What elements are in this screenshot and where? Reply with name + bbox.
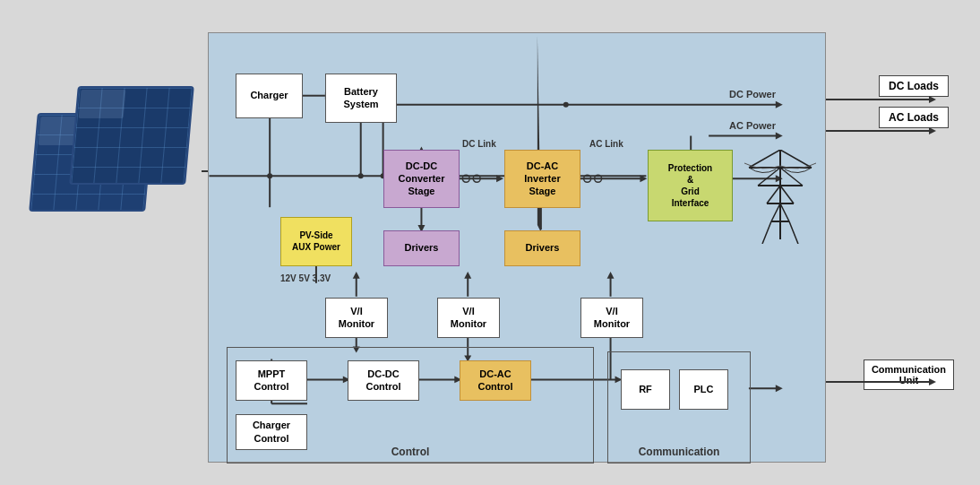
dc-loads-container: DC Loads	[879, 75, 949, 97]
charger-block: Charger	[236, 74, 303, 118]
svg-line-71	[780, 204, 789, 221]
svg-line-72	[762, 221, 771, 244]
dcdc-label: DC-DC Converter Stage	[399, 160, 445, 198]
communication-unit-container: Communication Unit	[864, 359, 954, 390]
vi-monitor-mid: V/I Monitor	[437, 298, 500, 338]
svg-line-65	[780, 150, 812, 168]
charger-ctrl-label: Charger Control	[253, 419, 290, 445]
dc-loads-box: DC Loads	[879, 75, 949, 97]
svg-line-66	[758, 168, 780, 186]
svg-point-11	[358, 173, 364, 178]
communication-label: Communication	[639, 446, 720, 458]
vi-monitor-right: V/I Monitor	[580, 298, 643, 338]
charger-control-block: Charger Control	[236, 414, 307, 450]
svg-point-25	[563, 101, 569, 107]
comm-unit-label: Communication Unit	[872, 364, 946, 385]
main-container: Charger Battery System DC-DC Converter S…	[15, 14, 965, 472]
svg-point-13	[462, 175, 469, 182]
svg-line-67	[780, 168, 803, 186]
rf-label: RF	[639, 383, 652, 395]
svg-marker-23	[776, 100, 783, 108]
svg-line-73	[789, 221, 798, 244]
drivers-right-label: Drivers	[526, 241, 560, 254]
svg-line-68	[767, 186, 780, 204]
control-label: Control	[391, 446, 430, 458]
dcdc-control-block: DC-DC Control	[348, 360, 419, 401]
vi-right-label: V/I Monitor	[594, 305, 630, 331]
svg-point-17	[584, 175, 591, 182]
aux-label: PV-Side AUX Power	[292, 230, 340, 253]
plc-block: PLC	[679, 369, 728, 410]
aux-power-block: PV-Side AUX Power	[280, 217, 352, 266]
ac-loads-container: AC Loads	[879, 107, 949, 128]
charger-label: Charger	[250, 89, 288, 101]
mppt-control-block: MPPT Control	[236, 360, 307, 401]
diagram-area: Charger Battery System DC-DC Converter S…	[208, 32, 826, 463]
drivers-left-block: Drivers	[383, 230, 460, 266]
solar-panel-front	[69, 86, 194, 185]
svg-marker-27	[776, 132, 783, 139]
ac-link-label: AC Link	[589, 139, 623, 149]
protection-label: Protection & Grid Interface	[668, 162, 712, 209]
svg-marker-15	[496, 175, 503, 182]
dc-link-label: DC Link	[462, 139, 496, 149]
solar-panels	[24, 68, 194, 221]
battery-system-block: Battery System	[325, 74, 397, 123]
ac-power-label: AC Power	[729, 120, 776, 131]
mppt-label: MPPT Control	[254, 368, 288, 394]
dcac-ctrl-label: DC-AC Control	[477, 368, 512, 394]
plc-label: PLC	[694, 383, 714, 395]
rf-block: RF	[621, 369, 670, 410]
svg-marker-77	[929, 127, 936, 134]
tower-icon	[744, 150, 816, 244]
vi-left-label: V/I Monitor	[339, 305, 374, 331]
volt-labels: 12V 5V 3.3V	[280, 273, 331, 283]
svg-line-70	[771, 204, 780, 221]
dcac-label: DC-AC Inverter Stage	[524, 160, 560, 198]
svg-marker-19	[640, 175, 647, 182]
svg-marker-55	[776, 385, 783, 392]
svg-marker-38	[353, 271, 360, 278]
ac-loads-label: AC Loads	[889, 111, 939, 124]
vi-monitor-left: V/I Monitor	[325, 298, 388, 338]
communication-unit-box: Communication Unit	[864, 359, 954, 390]
drivers-left-label: Drivers	[405, 241, 439, 254]
dcdc-ctrl-label: DC-DC Control	[365, 368, 400, 394]
svg-marker-46	[607, 271, 615, 278]
power-tower	[744, 150, 816, 244]
svg-point-14	[473, 175, 480, 182]
svg-line-64	[749, 150, 780, 168]
dcac-control-block: DC-AC Control	[460, 360, 531, 401]
battery-label: Battery System	[343, 85, 378, 111]
svg-point-31	[267, 173, 272, 178]
svg-point-18	[595, 175, 602, 182]
ac-loads-box: AC Loads	[879, 107, 949, 128]
svg-marker-75	[929, 96, 936, 103]
svg-line-69	[780, 186, 794, 204]
svg-marker-42	[464, 271, 471, 278]
dcdc-converter-block: DC-DC Converter Stage	[383, 150, 460, 208]
dc-loads-label: DC Loads	[889, 80, 939, 92]
dcac-inverter-block: DC-AC Inverter Stage	[504, 150, 580, 208]
vi-mid-label: V/I Monitor	[451, 305, 486, 331]
drivers-right-block: Drivers	[504, 230, 580, 266]
dc-power-label: DC Power	[729, 89, 776, 100]
protection-grid-block: Protection & Grid Interface	[648, 150, 733, 221]
